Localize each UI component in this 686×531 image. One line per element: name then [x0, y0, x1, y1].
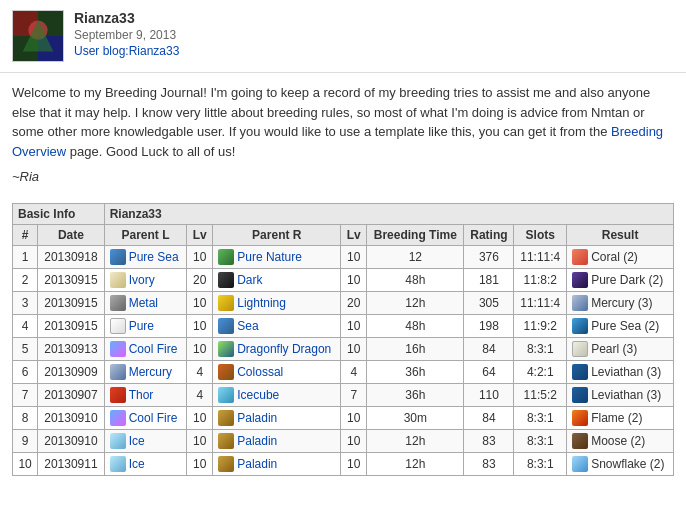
dragon-link[interactable]: Paladin	[237, 411, 277, 425]
dragon-icon	[572, 364, 588, 380]
dragon-link[interactable]: Paladin	[237, 434, 277, 448]
col-parent-r: Parent R	[213, 224, 341, 245]
dragon-link[interactable]: Cool Fire	[129, 411, 178, 425]
breeding-overview-link[interactable]: Breeding Overview	[12, 124, 663, 159]
col-num: #	[13, 224, 38, 245]
cell-text: Pearl (3)	[591, 342, 637, 356]
dragon-icon	[218, 272, 234, 288]
dragon-link[interactable]: Ivory	[129, 273, 155, 287]
username: Rianza33	[74, 10, 179, 26]
dragon-icon	[218, 318, 234, 334]
dragon-icon	[572, 249, 588, 265]
intro-section: Welcome to my Breeding Journal! I'm goin…	[0, 73, 686, 203]
post-date: September 9, 2013	[74, 28, 179, 42]
col-lv-r: Lv	[341, 224, 367, 245]
dragon-icon	[572, 341, 588, 357]
dragon-icon	[218, 456, 234, 472]
col-rating: Rating	[464, 224, 514, 245]
intro-para1: Welcome to my Breeding Journal! I'm goin…	[12, 83, 674, 161]
cell-text: Pure Dark (2)	[591, 273, 663, 287]
post-header: Rianza33 September 9, 2013 User blog:Ria…	[0, 0, 686, 73]
dragon-link[interactable]: Mercury	[129, 365, 172, 379]
dragon-icon	[218, 341, 234, 357]
user-blog-link[interactable]: User blog:Rianza33	[74, 44, 179, 58]
table-row: 120130918Pure Sea10Pure Nature101237611:…	[13, 245, 674, 268]
dragon-icon	[110, 295, 126, 311]
dragon-link[interactable]: Lightning	[237, 296, 286, 310]
cell-text: Moose (2)	[591, 434, 645, 448]
dragon-icon	[110, 433, 126, 449]
dragon-icon	[110, 272, 126, 288]
dragon-icon	[110, 341, 126, 357]
basic-info-value: Rianza33	[104, 203, 673, 224]
dragon-icon	[110, 410, 126, 426]
col-lv-l: Lv	[187, 224, 213, 245]
table-row: 1020130911Ice10Paladin1012h838:3:1Snowfl…	[13, 452, 674, 475]
table-row: 420130915Pure10Sea1048h19811:9:2Pure Sea…	[13, 314, 674, 337]
dragon-icon	[218, 410, 234, 426]
dragon-icon	[110, 456, 126, 472]
breeding-table-container: Basic Info Rianza33 # Date Parent L Lv P…	[0, 203, 686, 488]
dragon-icon	[218, 433, 234, 449]
dragon-link[interactable]: Ice	[129, 434, 145, 448]
dragon-icon	[572, 456, 588, 472]
dragon-link[interactable]: Pure Sea	[129, 250, 179, 264]
dragon-icon	[572, 272, 588, 288]
dragon-icon	[218, 249, 234, 265]
cell-text: Leviathan (3)	[591, 388, 661, 402]
cell-text: Snowflake (2)	[591, 457, 664, 471]
user-info: Rianza33 September 9, 2013 User blog:Ria…	[74, 10, 179, 58]
cell-text: Coral (2)	[591, 250, 638, 264]
table-row: 820130910Cool Fire10Paladin1030m848:3:1F…	[13, 406, 674, 429]
dragon-link[interactable]: Dragonfly Dragon	[237, 342, 331, 356]
signature: ~Ria	[12, 167, 674, 187]
dragon-icon	[572, 295, 588, 311]
dragon-icon	[218, 295, 234, 311]
cell-text: Mercury (3)	[591, 296, 652, 310]
dragon-link[interactable]: Pure Nature	[237, 250, 302, 264]
dragon-link[interactable]: Thor	[129, 388, 154, 402]
table-row: 720130907Thor4Icecube736h11011:5:2Leviat…	[13, 383, 674, 406]
dragon-icon	[110, 387, 126, 403]
dragon-icon	[110, 318, 126, 334]
breeding-table: Basic Info Rianza33 # Date Parent L Lv P…	[12, 203, 674, 476]
cell-text: Leviathan (3)	[591, 365, 661, 379]
column-headers: # Date Parent L Lv Parent R Lv Breeding …	[13, 224, 674, 245]
dragon-icon	[110, 249, 126, 265]
table-row: 220130915Ivory20Dark1048h18111:8:2Pure D…	[13, 268, 674, 291]
dragon-icon	[572, 410, 588, 426]
dragon-link[interactable]: Ice	[129, 457, 145, 471]
table-row: 920130910Ice10Paladin1012h838:3:1Moose (…	[13, 429, 674, 452]
avatar	[12, 10, 64, 62]
dragon-icon	[572, 433, 588, 449]
col-date: Date	[38, 224, 105, 245]
col-result: Result	[567, 224, 674, 245]
dragon-link[interactable]: Sea	[237, 319, 258, 333]
col-slots: Slots	[514, 224, 567, 245]
table-row: 620130909Mercury4Colossal436h644:2:1Levi…	[13, 360, 674, 383]
dragon-icon	[218, 364, 234, 380]
cell-text: Flame (2)	[591, 411, 642, 425]
dragon-icon	[110, 364, 126, 380]
dragon-link[interactable]: Pure	[129, 319, 154, 333]
basic-info-label: Basic Info	[13, 203, 105, 224]
dragon-link[interactable]: Colossal	[237, 365, 283, 379]
cell-text: Pure Sea (2)	[591, 319, 659, 333]
dragon-icon	[572, 387, 588, 403]
dragon-icon	[572, 318, 588, 334]
dragon-link[interactable]: Dark	[237, 273, 262, 287]
dragon-link[interactable]: Icecube	[237, 388, 279, 402]
dragon-link[interactable]: Paladin	[237, 457, 277, 471]
dragon-link[interactable]: Cool Fire	[129, 342, 178, 356]
table-row: 320130915Metal10Lightning2012h30511:11:4…	[13, 291, 674, 314]
dragon-icon	[218, 387, 234, 403]
col-parent-l: Parent L	[104, 224, 187, 245]
basic-info-row: Basic Info Rianza33	[13, 203, 674, 224]
table-row: 520130913Cool Fire10Dragonfly Dragon1016…	[13, 337, 674, 360]
col-breed-time: Breeding Time	[367, 224, 464, 245]
dragon-link[interactable]: Metal	[129, 296, 158, 310]
